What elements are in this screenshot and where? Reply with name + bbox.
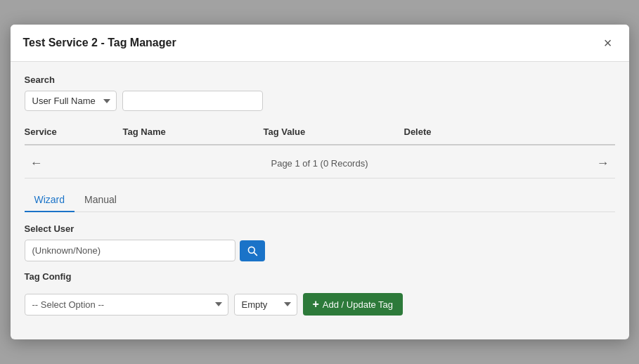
add-update-tag-button[interactable]: + Add / Update Tag: [303, 293, 404, 316]
tag-config-row: -- Select Option -- Empty + Add / Update…: [25, 293, 615, 316]
tabs-section: Wizard Manual Select User: [25, 188, 615, 316]
tag-config-section: Tag Config -- Select Option -- Empty + A…: [25, 271, 615, 316]
empty-select[interactable]: Empty: [234, 294, 297, 316]
tabs-row: Wizard Manual: [25, 188, 615, 212]
select-user-section: Select User: [25, 223, 615, 261]
tab-manual[interactable]: Manual: [75, 188, 127, 212]
add-update-label: Add / Update Tag: [323, 299, 393, 310]
modal-title: Test Service 2 - Tag Manager: [23, 37, 176, 49]
table-section: Service Tag Name Tag Value Delete ← Page…: [25, 124, 615, 178]
tag-config-label: Tag Config: [25, 271, 615, 282]
search-label: Search: [25, 74, 615, 85]
close-button[interactable]: ×: [600, 34, 617, 51]
next-page-button[interactable]: →: [591, 154, 615, 172]
modal-body: Search User Full Name Service Tag Name T…: [11, 62, 629, 339]
pagination-row: ← Page 1 of 1 (0 Records) →: [25, 148, 615, 178]
prev-page-button[interactable]: ←: [25, 154, 49, 172]
search-icon: [247, 245, 258, 256]
col-delete: Delete: [404, 124, 460, 140]
col-service: Service: [25, 124, 123, 140]
plus-icon: +: [313, 299, 319, 310]
search-row: User Full Name: [25, 91, 615, 111]
col-tag-name: Tag Name: [123, 124, 264, 140]
modal-header: Test Service 2 - Tag Manager ×: [11, 25, 629, 62]
svg-line-1: [254, 252, 257, 255]
col-tag-value: Tag Value: [264, 124, 404, 140]
tab-wizard[interactable]: Wizard: [25, 188, 75, 212]
pagination-text: Page 1 of 1 (0 Records): [49, 158, 591, 169]
search-input[interactable]: [122, 91, 263, 111]
tag-config-select[interactable]: -- Select Option --: [25, 294, 228, 316]
search-section: Search User Full Name: [25, 74, 615, 111]
tag-manager-modal: Test Service 2 - Tag Manager × Search Us…: [11, 25, 629, 339]
user-search-button[interactable]: [240, 240, 265, 261]
table-header: Service Tag Name Tag Value Delete: [25, 124, 615, 145]
select-user-label: Select User: [25, 223, 615, 234]
search-filter-select[interactable]: User Full Name: [25, 91, 117, 111]
user-input[interactable]: [25, 240, 235, 261]
user-input-row: [25, 240, 615, 261]
